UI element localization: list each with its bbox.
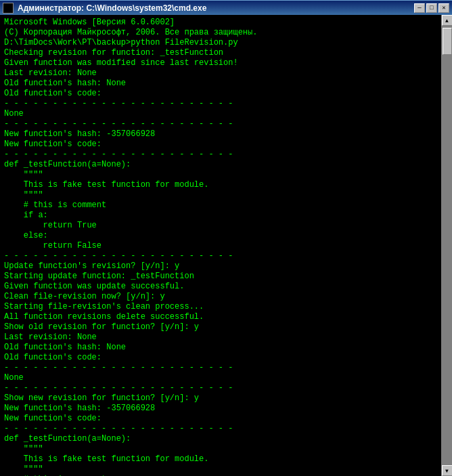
terminal-line: - - - - - - - - - - - - - - - - - - - - … xyxy=(4,363,437,373)
scroll-down-button[interactable]: ▼ xyxy=(442,465,453,476)
terminal-line: """" xyxy=(4,190,437,200)
terminal-line: Starting file-revision's clean process..… xyxy=(4,302,437,312)
terminal-line: (C) Корпорация Майкрософт, 2006. Все пра… xyxy=(4,28,437,38)
window-body: Microsoft Windows [Версия 6.0.6002](C) К… xyxy=(0,15,452,476)
window: C:\ Администратор: C:\Windows\system32\c… xyxy=(0,0,452,476)
title-bar-left: C:\ Администратор: C:\Windows\system32\c… xyxy=(3,3,206,14)
close-button[interactable]: ✕ xyxy=(438,3,449,13)
scroll-up-button[interactable]: ▲ xyxy=(442,15,453,26)
terminal-line: # this is comment xyxy=(4,200,437,211)
terminal-line: Given function was update successful. xyxy=(4,282,437,292)
terminal-line: def _testFunction(a=None): xyxy=(4,160,437,170)
scrollbar-thumb[interactable] xyxy=(443,28,452,55)
terminal-line: else: xyxy=(4,231,437,241)
terminal-line: return False xyxy=(4,241,437,251)
terminal-line: Show old revision for function? [y/n]: y xyxy=(4,322,437,332)
terminal-line: All function revisions delete successful… xyxy=(4,312,437,322)
terminal-line: Show new revision for function? [y/n]: y xyxy=(4,393,437,404)
terminal-line: New function's hash: -357066928 xyxy=(4,404,437,414)
terminal-line: - - - - - - - - - - - - - - - - - - - - … xyxy=(4,99,437,109)
terminal-line: D:\TimDocs\Work\PT\backup>python FileRev… xyxy=(4,38,437,48)
terminal-line: Microsoft Windows [Версия 6.0.6002] xyxy=(4,18,437,28)
terminal-output: Microsoft Windows [Версия 6.0.6002](C) К… xyxy=(0,15,441,476)
terminal-line: - - - - - - - - - - - - - - - - - - - - … xyxy=(4,251,437,261)
terminal-line: This is fake test function for module. xyxy=(4,180,437,190)
minimize-button[interactable]: ─ xyxy=(414,3,425,13)
terminal-line: Old function's hash: None xyxy=(4,343,437,353)
terminal-line: if a: xyxy=(4,211,437,221)
terminal-line: return True xyxy=(4,221,437,231)
window-title: Администратор: C:\Windows\system32\cmd.e… xyxy=(18,3,206,13)
terminal-line: - - - - - - - - - - - - - - - - - - - - … xyxy=(4,424,437,434)
terminal-line: New function's code: xyxy=(4,414,437,424)
terminal-line: This is fake test function for module. xyxy=(4,454,437,464)
terminal-line: None xyxy=(4,373,437,383)
terminal-line: Update function's revision? [y/n]: y xyxy=(4,261,437,272)
terminal-line: """" xyxy=(4,464,437,475)
terminal-line: Starting update function: _testFunction xyxy=(4,272,437,282)
title-buttons: ─ □ ✕ xyxy=(414,3,449,13)
terminal-line: Checking revision for function: _testFun… xyxy=(4,48,437,58)
terminal-line: Old function's code: xyxy=(4,353,437,363)
terminal-line: Old function's code: xyxy=(4,89,437,99)
terminal-line: Given function was modified since last r… xyxy=(4,58,437,68)
terminal-line: New function's code: xyxy=(4,139,437,150)
scrollbar[interactable]: ▲ ▼ xyxy=(441,15,452,476)
terminal-line: Clean file-revision now? [y/n]: y xyxy=(4,292,437,302)
maximize-button[interactable]: □ xyxy=(426,3,437,13)
terminal-line: - - - - - - - - - - - - - - - - - - - - … xyxy=(4,150,437,160)
terminal-line: Old function's hash: None xyxy=(4,79,437,89)
title-bar: C:\ Администратор: C:\Windows\system32\c… xyxy=(0,0,452,15)
terminal-line: """" xyxy=(4,170,437,180)
terminal-line: """" xyxy=(4,444,437,454)
terminal-line: Last revision: None xyxy=(4,332,437,343)
terminal-line: def _testFunction(a=None): xyxy=(4,434,437,444)
terminal-line: New function's hash: -357066928 xyxy=(4,129,437,139)
terminal-line: - - - - - - - - - - - - - - - - - - - - … xyxy=(4,383,437,393)
terminal-line: None xyxy=(4,109,437,119)
cmd-icon: C:\ xyxy=(3,3,14,14)
scrollbar-track[interactable] xyxy=(442,26,453,465)
terminal-line: Last revision: None xyxy=(4,68,437,79)
terminal-line: - - - - - - - - - - - - - - - - - - - - … xyxy=(4,119,437,129)
